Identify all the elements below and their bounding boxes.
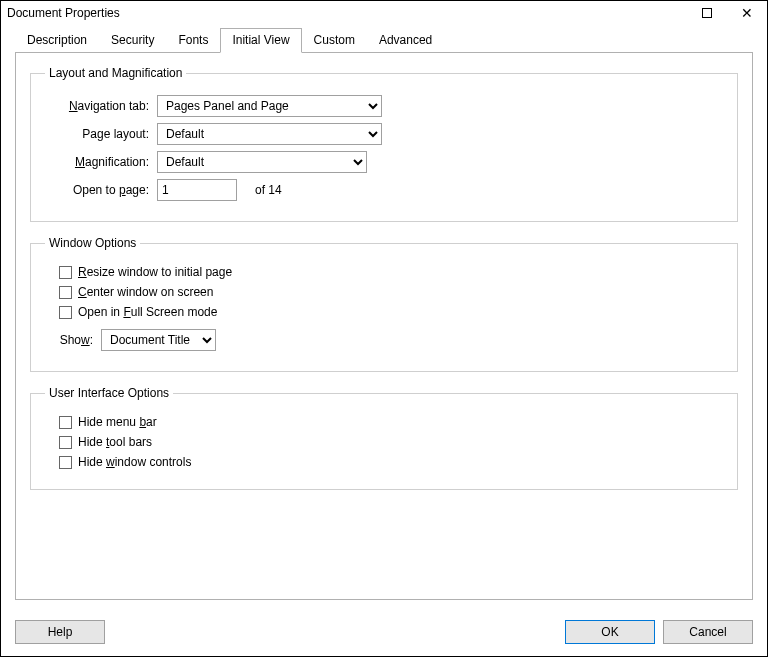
open-to-page-row: Open to page: of 14 <box>45 179 723 201</box>
cancel-button[interactable]: Cancel <box>663 620 753 644</box>
navigation-tab-select[interactable]: Pages Panel and Page <box>157 95 382 117</box>
ui-options-group: User Interface Options Hide menu bar Hid… <box>30 386 738 490</box>
layout-magnification-legend: Layout and Magnification <box>45 66 186 80</box>
open-to-page-label: Open to page: <box>45 183 157 197</box>
tab-fonts[interactable]: Fonts <box>166 28 220 52</box>
center-window-label: Center window on screen <box>78 285 213 299</box>
page-layout-select[interactable]: Default <box>157 123 382 145</box>
resize-window-label: Resize window to initial page <box>78 265 232 279</box>
tab-security[interactable]: Security <box>99 28 166 52</box>
hide-tool-bars-label: Hide tool bars <box>78 435 152 449</box>
tab-description[interactable]: Description <box>15 28 99 52</box>
fullscreen-row[interactable]: Open in Full Screen mode <box>59 305 723 319</box>
close-button[interactable]: ✕ <box>727 1 767 25</box>
window-title: Document Properties <box>7 6 120 20</box>
navigation-tab-label: Navigation tab: <box>45 99 157 113</box>
hide-tool-bars-row[interactable]: Hide tool bars <box>59 435 723 449</box>
tab-strip: Description Security Fonts Initial View … <box>15 28 753 53</box>
open-to-page-total: of 14 <box>255 183 282 197</box>
layout-magnification-group: Layout and Magnification Navigation tab:… <box>30 66 738 222</box>
restore-icon <box>702 8 712 18</box>
restore-button[interactable] <box>687 1 727 25</box>
close-icon: ✕ <box>741 6 753 20</box>
show-label: Show: <box>45 333 101 347</box>
hide-menu-bar-label: Hide menu bar <box>78 415 157 429</box>
hide-tool-bars-checkbox[interactable] <box>59 436 72 449</box>
titlebar-controls: ✕ <box>687 1 767 25</box>
tab-initial-view[interactable]: Initial View <box>220 28 301 53</box>
tab-custom[interactable]: Custom <box>302 28 367 52</box>
tab-advanced[interactable]: Advanced <box>367 28 444 52</box>
center-window-row[interactable]: Center window on screen <box>59 285 723 299</box>
window-options-legend: Window Options <box>45 236 140 250</box>
resize-window-row[interactable]: Resize window to initial page <box>59 265 723 279</box>
help-button[interactable]: Help <box>15 620 105 644</box>
navigation-tab-row: Navigation tab: Pages Panel and Page <box>45 95 723 117</box>
magnification-label: Magnification: <box>45 155 157 169</box>
page-layout-label: Page layout: <box>45 127 157 141</box>
fullscreen-label: Open in Full Screen mode <box>78 305 217 319</box>
page-layout-row: Page layout: Default <box>45 123 723 145</box>
hide-menu-bar-checkbox[interactable] <box>59 416 72 429</box>
open-to-page-input[interactable] <box>157 179 237 201</box>
show-select[interactable]: Document Title <box>101 329 216 351</box>
show-row: Show: Document Title <box>45 329 723 351</box>
titlebar: Document Properties ✕ <box>1 1 767 25</box>
tab-panel-initial-view: Layout and Magnification Navigation tab:… <box>15 52 753 600</box>
fullscreen-checkbox[interactable] <box>59 306 72 319</box>
dialog-footer: Help OK Cancel <box>1 614 767 656</box>
ui-options-legend: User Interface Options <box>45 386 173 400</box>
center-window-checkbox[interactable] <box>59 286 72 299</box>
hide-window-controls-checkbox[interactable] <box>59 456 72 469</box>
hide-window-controls-label: Hide window controls <box>78 455 191 469</box>
magnification-select[interactable]: Default <box>157 151 367 173</box>
hide-window-controls-row[interactable]: Hide window controls <box>59 455 723 469</box>
ok-button[interactable]: OK <box>565 620 655 644</box>
dialog-content: Description Security Fonts Initial View … <box>1 25 767 614</box>
hide-menu-bar-row[interactable]: Hide menu bar <box>59 415 723 429</box>
magnification-row: Magnification: Default <box>45 151 723 173</box>
resize-window-checkbox[interactable] <box>59 266 72 279</box>
window-options-group: Window Options Resize window to initial … <box>30 236 738 372</box>
